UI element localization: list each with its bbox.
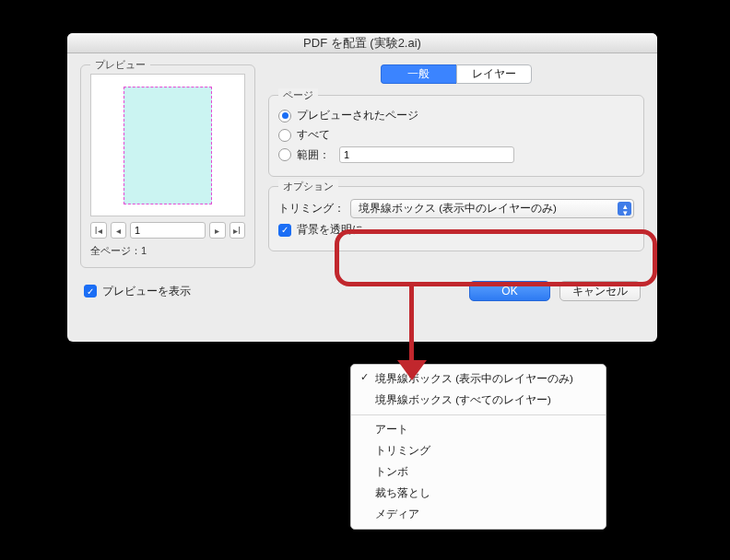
trimming-select-value: 境界線ボックス (表示中のレイヤーのみ) xyxy=(359,202,557,216)
tab-general[interactable]: 一般 xyxy=(381,64,456,84)
tab-group: 一般 レイヤー xyxy=(381,64,532,84)
tab-layers[interactable]: レイヤー xyxy=(456,64,533,84)
next-page-button[interactable]: ▸ xyxy=(209,222,226,239)
transparent-bg-label: 背景を透明に xyxy=(297,222,363,238)
dd-item-bbox-visible[interactable]: 境界線ボックス (表示中のレイヤーのみ) xyxy=(351,368,606,390)
show-preview-checkbox[interactable]: ✓ xyxy=(84,285,97,298)
dd-item-art[interactable]: アート xyxy=(351,419,606,440)
transparent-bg-checkbox[interactable]: ✓ xyxy=(278,224,291,237)
options-group: オプション トリミング： 境界線ボックス (表示中のレイヤーのみ) ▴▾ ✓ 背… xyxy=(268,186,644,251)
dd-item-bleed[interactable]: 裁ち落とし xyxy=(351,483,606,504)
dialog-footer: ✓ プレビューを表示 OK キャンセル xyxy=(80,281,644,301)
chevron-updown-icon: ▴▾ xyxy=(623,204,628,216)
dd-item-bbox-all[interactable]: 境界線ボックス (すべてのレイヤー) xyxy=(351,390,606,411)
preview-thumbnail-area xyxy=(90,74,245,216)
radio-all-pages[interactable] xyxy=(278,129,291,142)
total-pages-label: 全ページ：1 xyxy=(90,244,245,258)
radio-range-label: 範囲： xyxy=(297,147,330,163)
dd-item-crop[interactable]: トンボ xyxy=(351,461,606,483)
radio-all-pages-label: すべて xyxy=(297,127,330,143)
options-legend: オプション xyxy=(278,180,338,193)
dd-item-trim[interactable]: トリミング xyxy=(351,440,606,461)
preview-group: プレビュー I◂ ◂ ▸ ▸I 全ページ：1 xyxy=(80,64,255,268)
prev-page-button[interactable]: ◂ xyxy=(111,222,127,239)
radio-range[interactable] xyxy=(278,148,291,161)
range-input[interactable] xyxy=(339,146,514,163)
cancel-button[interactable]: キャンセル xyxy=(559,281,641,301)
show-preview-label: プレビューを表示 xyxy=(102,284,191,299)
dialog-content: プレビュー I◂ ◂ ▸ ▸I 全ページ：1 xyxy=(67,53,657,309)
trimming-label: トリミング： xyxy=(278,201,345,216)
preview-legend: プレビュー xyxy=(90,58,150,72)
first-page-button[interactable]: I◂ xyxy=(90,222,107,239)
pages-legend: ページ xyxy=(278,88,318,102)
page-navigator: I◂ ◂ ▸ ▸I xyxy=(90,222,245,239)
dialog-title: PDF を配置 (実験2.ai) xyxy=(67,33,657,53)
page-number-input[interactable] xyxy=(130,222,206,239)
radio-previewed-page-label: プレビューされたページ xyxy=(297,108,418,123)
trimming-dropdown-panel: 境界線ボックス (表示中のレイヤーのみ) 境界線ボックス (すべてのレイヤー) … xyxy=(350,364,606,530)
pages-group: ページ プレビューされたページ すべて 範囲： xyxy=(268,95,644,177)
settings-column: 一般 レイヤー ページ プレビューされたページ すべて 範囲： xyxy=(268,64,644,268)
last-page-button[interactable]: ▸I xyxy=(230,222,246,239)
trimming-select[interactable]: 境界線ボックス (表示中のレイヤーのみ) ▴▾ xyxy=(350,199,634,218)
preview-thumbnail xyxy=(124,87,212,204)
radio-previewed-page[interactable] xyxy=(278,110,291,122)
place-pdf-dialog: PDF を配置 (実験2.ai) プレビュー I◂ ◂ ▸ ▸I xyxy=(67,33,657,342)
dropdown-separator xyxy=(351,414,606,415)
ok-button[interactable]: OK xyxy=(469,281,550,301)
dd-item-media[interactable]: メディア xyxy=(351,504,606,525)
